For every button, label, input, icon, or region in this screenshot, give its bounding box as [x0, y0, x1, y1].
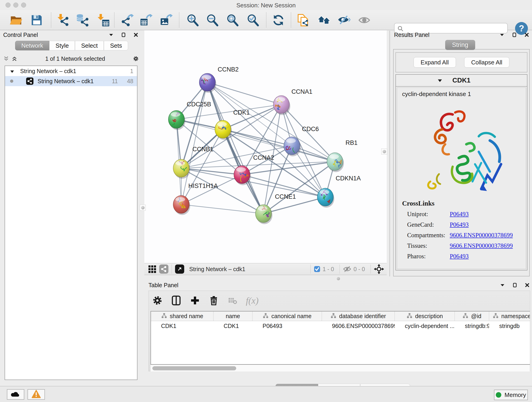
network-node-HIST1H1A[interactable] — [173, 196, 190, 215]
network-edge-CCNA2-HIST1H1A[interactable] — [181, 175, 242, 204]
table-cell[interactable]: stringdb — [489, 321, 530, 331]
zoom-in-button[interactable] — [186, 13, 200, 27]
network-edge-CCNB2-CCNE1[interactable] — [207, 82, 264, 214]
horizontal-splitter-handle[interactable] — [337, 277, 340, 280]
results-panel-close-panel-icon[interactable] — [524, 32, 530, 38]
tab-sets[interactable]: Sets — [104, 41, 128, 51]
column-header-shared-name[interactable]: shared name — [151, 312, 214, 321]
network-edge-CDK1-RB1[interactable] — [223, 129, 335, 162]
table-cell[interactable]: CDK1 — [214, 321, 253, 331]
export-network-button[interactable] — [120, 13, 135, 27]
network-canvas[interactable]: CCNB2CCNA1CDC25BCDK1CDC6RB1CCNB1CCNA2CDK… — [144, 30, 387, 263]
apply-layout-button[interactable] — [271, 13, 286, 27]
column-header--id[interactable]: @id — [455, 312, 489, 321]
collapse-all-networks-icon[interactable] — [3, 56, 9, 62]
table-panel-close-panel-icon[interactable] — [524, 282, 530, 288]
tab-string[interactable]: String — [445, 40, 475, 50]
crosslink-row: GeneCard:P06493 — [407, 221, 469, 228]
network-node-CCNA1[interactable] — [273, 96, 290, 115]
open-in-new-window-icon[interactable] — [175, 264, 184, 274]
expand-all-networks-icon[interactable] — [12, 56, 17, 62]
zoom-fit-button[interactable] — [225, 13, 240, 27]
hide-selected-button[interactable] — [336, 13, 351, 27]
first-neighbors-button[interactable] — [317, 13, 331, 27]
selected-checkbox[interactable] — [314, 266, 320, 272]
show-all-button[interactable] — [357, 13, 372, 27]
table-panel-dropdown-triangle-icon[interactable] — [500, 282, 505, 288]
control-panel-close-panel-icon[interactable] — [133, 32, 139, 38]
crosslink-link[interactable]: 9606.ENSP00000378699 — [450, 242, 513, 249]
crosslink-link[interactable]: P06493 — [450, 253, 469, 260]
network-edge-CCNE1-HIST1H1A[interactable] — [181, 204, 264, 214]
table-cell[interactable]: P06493 — [253, 321, 322, 331]
tab-network[interactable]: Network — [15, 41, 49, 51]
table-row[interactable]: CDK1CDK1P064939606.ENSP00000378699cyclin… — [151, 321, 530, 331]
tab-select[interactable]: Select — [75, 41, 104, 51]
automation-cloud-button[interactable] — [7, 389, 24, 400]
network-collection-row[interactable]: String Network – cdk1 1 — [5, 66, 137, 76]
move-crosshair-icon[interactable] — [374, 264, 384, 274]
save-session-button[interactable] — [29, 13, 44, 27]
network-row[interactable]: String Network – cdk1 11 48 — [5, 76, 137, 86]
table-cell[interactable]: CDK1 — [151, 321, 214, 331]
disclosure-triangle-icon[interactable] — [10, 68, 14, 75]
network-overview-icon[interactable] — [159, 264, 168, 274]
import-table-button[interactable] — [95, 13, 110, 27]
expand-all-button[interactable]: Expand All — [413, 57, 456, 68]
export-table-button[interactable] — [139, 13, 154, 27]
control-panel-dropdown-triangle-icon[interactable] — [108, 32, 114, 38]
table-cell[interactable]: stringdb:9... — [455, 321, 489, 331]
network-node-CDKN1A[interactable] — [317, 188, 334, 208]
scrollbar-thumb[interactable] — [152, 366, 236, 370]
column-header-canonical-name[interactable]: canonical name — [253, 312, 322, 321]
zoom-selected-button[interactable] — [246, 13, 260, 27]
open-session-button[interactable] — [9, 13, 23, 27]
window-title: Session: New Session — [0, 2, 532, 9]
collapse-all-button[interactable]: Collapse All — [464, 57, 510, 68]
results-panel: Results Panel String Expand All Collapse… — [391, 31, 532, 277]
crosslink-link[interactable]: P06493 — [450, 211, 469, 217]
control-panel-float-panel-icon[interactable] — [120, 32, 127, 38]
zoom-out-button[interactable] — [205, 13, 220, 27]
warnings-button[interactable] — [27, 389, 45, 400]
network-options-gear-icon[interactable] — [133, 56, 139, 62]
node-label-CDC25B: CDC25B — [187, 101, 211, 108]
crosslinks-title: CrossLinks — [402, 200, 434, 207]
show-columns-icon[interactable] — [171, 295, 182, 306]
network-node-CDC25B[interactable] — [168, 110, 185, 130]
table-cell[interactable]: cyclin-dependent ... — [395, 321, 455, 331]
network-node-RB1[interactable] — [327, 153, 344, 172]
export-network-icon — [121, 13, 134, 27]
right-splitter-handle[interactable] — [381, 148, 387, 154]
import-network-from-file-button[interactable] — [56, 13, 70, 27]
table-cell[interactable]: 9606.ENSP00000378699 — [322, 321, 395, 331]
export-image-button[interactable] — [159, 13, 174, 27]
vertical-splitter[interactable] — [389, 31, 390, 276]
table-horizontal-scrollbar[interactable] — [151, 365, 530, 371]
protein-section-header[interactable]: CDK1 — [396, 75, 527, 87]
crosslink-link[interactable]: P06493 — [450, 221, 469, 228]
import-network-from-database-button[interactable] — [75, 13, 89, 27]
new-network-from-selection-button[interactable] — [296, 13, 311, 27]
node-label-CCNA2: CCNA2 — [253, 154, 274, 161]
network-node-CCNE1[interactable] — [255, 205, 272, 224]
crosslink-link[interactable]: 9606.ENSP00000378699 — [450, 232, 513, 239]
table-settings-gear-icon[interactable] — [152, 295, 163, 306]
column-header-database-identifier[interactable]: database identifier — [322, 312, 395, 321]
delete-column-trash-icon[interactable] — [208, 295, 219, 306]
left-splitter-handle[interactable] — [140, 205, 146, 211]
network-node-CCNA2[interactable] — [234, 166, 251, 185]
add-column-plus-icon[interactable] — [190, 295, 201, 306]
column-header-namespace[interactable]: namespace — [489, 312, 530, 321]
birdseye-grid-icon[interactable] — [148, 265, 156, 273]
node-label-CCNB2: CCNB2 — [218, 66, 239, 73]
memory-button[interactable]: Memory — [494, 390, 528, 400]
node-label-CDC6: CDC6 — [302, 126, 319, 133]
column-header-name[interactable]: name — [214, 312, 253, 321]
column-header-description[interactable]: description — [395, 312, 455, 321]
results-panel-float-panel-icon[interactable] — [511, 32, 517, 38]
results-panel-dropdown-triangle-icon[interactable] — [499, 32, 505, 38]
table-panel-float-panel-icon[interactable] — [512, 282, 518, 288]
network-node-CDK1[interactable] — [215, 120, 232, 140]
tab-style[interactable]: Style — [49, 41, 75, 51]
